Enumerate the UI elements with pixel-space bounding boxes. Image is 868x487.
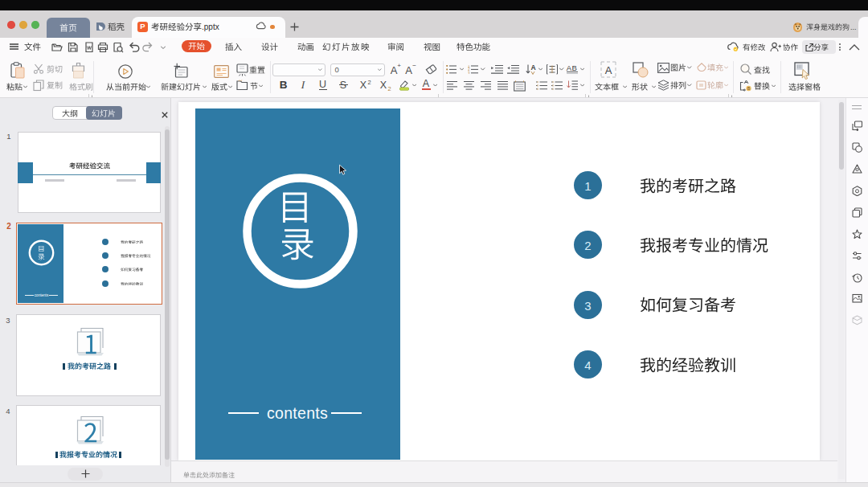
svg-text:2: 2 [367, 79, 371, 85]
svg-text:3: 3 [468, 72, 470, 74]
svg-text:A: A [605, 64, 612, 76]
svg-text:B: B [747, 86, 751, 91]
svg-text:A: A [531, 64, 536, 72]
svg-text:2: 2 [387, 85, 391, 92]
svg-text:contents: contents [35, 293, 49, 297]
